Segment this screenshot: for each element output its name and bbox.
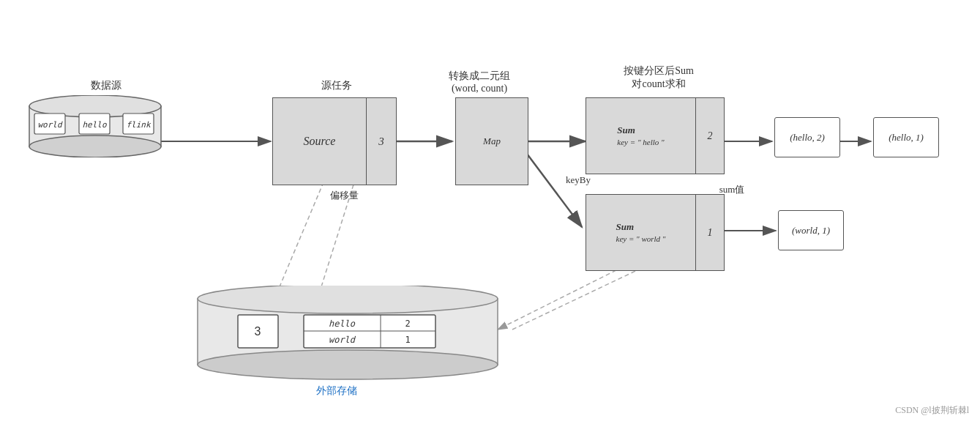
- sum-hello-value: 2: [696, 130, 724, 142]
- svg-point-24: [198, 286, 498, 313]
- sum-world-box: Sum key = " world " 1: [586, 194, 725, 271]
- sum-world-label: Sum key = " world ": [616, 220, 666, 245]
- watermark: CSDN @l披荆斩棘l: [895, 404, 969, 417]
- svg-text:1: 1: [405, 335, 410, 345]
- external-storage-db: 3 hello 2 world 1: [194, 286, 501, 384]
- external-storage-label: 外部存储: [289, 384, 384, 398]
- svg-text:world: world: [37, 120, 62, 130]
- datasource-cylinder: world hello flink: [26, 95, 165, 157]
- svg-text:flink: flink: [126, 120, 151, 130]
- output-hello2: (hello, 2): [774, 117, 840, 157]
- keyed-sum-label: 按键分区后Sum 对count求和: [586, 64, 732, 91]
- svg-text:hello: hello: [82, 120, 107, 130]
- svg-text:world: world: [329, 335, 356, 345]
- source-label: Source: [273, 98, 367, 185]
- keyby-label: keyBy: [553, 174, 604, 186]
- sum-world-value: 1: [696, 227, 724, 239]
- svg-text:hello: hello: [329, 319, 356, 329]
- transform-label: 转换成二元组 (word, count): [417, 70, 542, 94]
- svg-text:2: 2: [405, 319, 410, 329]
- source-task-label: 源任务: [278, 79, 395, 92]
- sum-hello-box: Sum key = " hello " 2: [586, 97, 725, 174]
- sum-hello-label: Sum key = " hello ": [617, 124, 664, 149]
- svg-point-16: [29, 135, 161, 157]
- svg-text:3: 3: [255, 325, 261, 338]
- output-hello1: (hello, 1): [873, 117, 939, 157]
- source-number: 3: [367, 135, 396, 148]
- source-box: Source 3: [272, 97, 397, 185]
- svg-point-25: [198, 350, 498, 379]
- offset-label: 偏移量: [315, 189, 373, 202]
- map-box: Map: [455, 97, 528, 185]
- output-world1: (world, 1): [778, 210, 844, 250]
- datasource-label: 数据源: [48, 79, 165, 92]
